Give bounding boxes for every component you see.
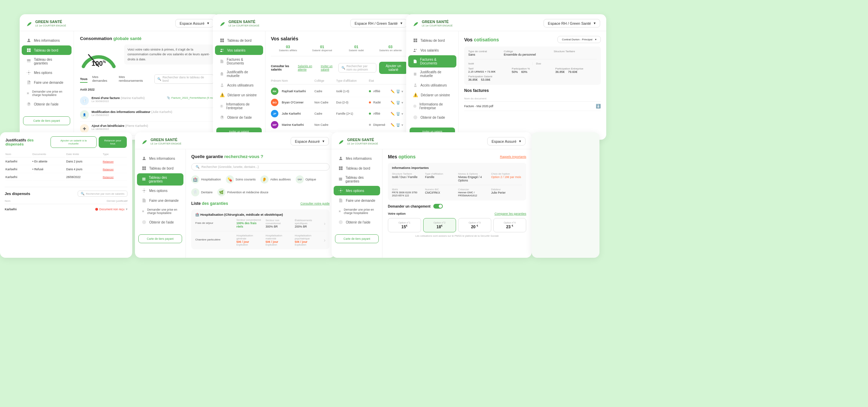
sidebar-item-aide[interactable]: Obtenir de l'aide <box>408 113 456 122</box>
option-card-1[interactable]: Option n°1 15€ <box>388 218 421 232</box>
guide-link[interactable]: Consulter notre guide <box>300 202 330 205</box>
sidebar-item-salaries[interactable]: Vos salariés <box>215 45 263 55</box>
sidebar-item-justificatifs[interactable]: Justificatifs de mutuelle <box>215 68 263 80</box>
contract-dropdown[interactable]: Contrat Durion - Principal ▾ <box>557 36 601 43</box>
sidebar-item-options[interactable]: Mes options <box>137 186 183 195</box>
stats-row: 03 Salariés affiliés 01 Salarié dispensé… <box>271 45 408 56</box>
download-icon[interactable]: ⬇️ <box>596 104 601 109</box>
changement-toggle[interactable] <box>433 204 443 209</box>
sidebar-item-dashboard[interactable]: Tableau de bord <box>408 36 456 45</box>
table-icon <box>338 177 343 182</box>
garanties-list-header: Liste des garanties Consulter notre guid… <box>191 201 330 206</box>
tab-inviter[interactable]: Inviter un salarié <box>321 64 335 71</box>
option-card-4[interactable]: Option n°4 23 € <box>493 218 527 232</box>
sidebar-item-label: Demander une prise en charge hospitalièr… <box>32 90 67 97</box>
tiers-payant-button[interactable]: Carte de tiers payant <box>335 234 379 243</box>
espace-dropdown[interactable]: Espace RH / Green Santé ▾ <box>544 19 600 27</box>
cat-optique[interactable]: 👓 Optique <box>296 175 316 183</box>
action-cell[interactable]: Relancer <box>103 166 127 173</box>
option-card-3[interactable]: Option n°3 20 € <box>458 218 491 232</box>
cat-dentaire[interactable]: 🦷 Dentaire <box>191 188 213 196</box>
tab-en-attente[interactable]: Salariés en attente <box>298 64 314 71</box>
svg-rect-27 <box>416 41 417 42</box>
sidebar-item-demande[interactable]: Faire une demande <box>22 78 72 87</box>
cat-prevention[interactable]: 🌿 Prévention et médecine douce <box>217 188 269 196</box>
sidebar-item-aide[interactable]: Obtenir de l'aide <box>215 113 263 122</box>
sidebar-item-label: Mes options <box>149 189 167 193</box>
action-cell[interactable]: Relancer <box>103 174 127 181</box>
sidebar-item-acces[interactable]: Accès utilisateurs <box>408 80 456 90</box>
sidebar-item-aide[interactable]: Obtenir de l'aide <box>137 217 183 227</box>
tiers-payant-button[interactable]: Carte de tiers payant <box>23 116 70 125</box>
sidebar-item-justificatifs[interactable]: Justificatifs de mutuelle <box>408 68 456 80</box>
sidebar-item-info-entreprise[interactable]: Informations de l'entreprise <box>215 100 263 112</box>
rappels-link[interactable]: Rappels importants <box>500 155 526 158</box>
avatar: JP <box>271 110 278 117</box>
sidebar-item-info-entreprise[interactable]: Informations de l'entreprise <box>408 100 456 112</box>
espace-dropdown[interactable]: Espace Assuré ▾ <box>291 137 329 146</box>
contract-label: Contrat Durion - Principal <box>562 38 592 41</box>
option-card-2[interactable]: Option n°2 18€ <box>423 218 456 232</box>
sidebar-item-garanties[interactable]: Tableau des garanties <box>22 55 72 67</box>
sidebar-item-aide[interactable]: Obtenir de l'aide <box>334 217 380 227</box>
sidebar-item-hospitaliere[interactable]: Demander une prise en charge hospitalièr… <box>22 88 72 99</box>
brand-tagline: LE 1er COURTIER ENGAGÉ <box>35 24 66 27</box>
leaf-icon <box>338 138 345 145</box>
tiers-payant-button[interactable]: Carte de tiers payant <box>138 234 182 243</box>
sidebar-item-factures[interactable]: Factures & Documents <box>215 55 263 67</box>
garanties-search[interactable]: 🔍 Rechercher (Grenoble, lunette, dentair… <box>191 163 330 171</box>
sidebar-item-label: Tableau de bord <box>149 167 174 170</box>
cat-soins[interactable]: 💊 Soins courants <box>226 175 256 183</box>
sidebar-item-dashboard[interactable]: Tableau de bord <box>137 163 183 173</box>
sidebar-item-hospitaliere[interactable]: Demander une prise en charge hospitalièr… <box>334 206 380 217</box>
sidebar-item-hospitaliere[interactable]: Demander une prise en charge hospitalièr… <box>137 206 183 217</box>
chevron-down-icon: ▾ <box>322 139 324 143</box>
sidebar-item-demande[interactable]: Faire une demande <box>334 196 380 205</box>
sidebar-item-demande[interactable]: Faire une demande <box>137 196 183 205</box>
sidebar-item-aide[interactable]: Obtenir de l'aide <box>22 99 72 109</box>
sidebar-item-sinistre[interactable]: ⚠️ Déclarer un sinistre <box>215 90 263 100</box>
sidebar-item-factures[interactable]: Factures & Documents <box>408 55 456 67</box>
sidebar-item-sinistre[interactable]: ⚠️ Déclarer un sinistre <box>408 90 456 100</box>
sidebar-item-dashboard[interactable]: Tableau de bord <box>215 36 263 45</box>
nos-factures: Nos factures Nom du document Facture - M… <box>464 88 601 111</box>
sidebar-item-options[interactable]: Mes options <box>22 68 72 77</box>
tab-demandes[interactable]: Mes demandes <box>92 74 114 84</box>
svg-rect-2 <box>29 49 31 50</box>
sidebar-item-salaries[interactable]: Vos salariés <box>408 45 456 55</box>
sidebar-item-options[interactable]: Mes options <box>334 186 380 195</box>
search-salaries[interactable]: 🔍 Rechercher par nom ou prénom <box>338 63 377 73</box>
help-icon <box>338 220 343 225</box>
sidebar-item-dashboard[interactable]: Tableau de bord <box>334 163 380 173</box>
action-cell[interactable]: Relancer <box>103 158 127 165</box>
tab-remboursements[interactable]: Mes remboursements <box>119 74 150 84</box>
info-label: IBAN <box>392 188 423 191</box>
col-val: 50€ / jour <box>265 240 293 244</box>
sidebar-item-dashboard[interactable]: Tableau de bord <box>22 45 72 55</box>
cat-auditif[interactable]: 👂 Aides auditives <box>260 175 291 183</box>
tab-consulter[interactable]: Consulter les salariés <box>271 64 291 71</box>
relancer-tous-button[interactable]: Relancer pour tous <box>99 136 127 148</box>
espace-dropdown[interactable]: Espace Assuré ▾ <box>487 137 526 146</box>
espace-dropdown[interactable]: Espace RH / Green Santé ▾ <box>350 19 407 27</box>
chevron-down-icon[interactable]: ▾ <box>126 207 127 211</box>
sidebar-item-informations[interactable]: Mes informations <box>334 154 380 163</box>
sidebar-item-garanties[interactable]: Tableau des garanties <box>137 173 183 186</box>
search-box[interactable]: 🔍 Rechercher dans le tableau de bord <box>154 74 214 84</box>
ajouter-mutuelle-button[interactable]: Ajouter un salarié à la mutuelle <box>51 136 97 148</box>
comparer-link[interactable]: Comparer les garanties <box>494 212 526 215</box>
search-dispenses[interactable]: 🔍 Rechercher par nom de salariés <box>78 191 127 197</box>
tab-tous[interactable]: Tous <box>80 76 87 83</box>
arrow-icon: › <box>324 221 326 226</box>
gauge-description: Voici votre ratio sinistre à primes, il … <box>124 44 214 64</box>
ajouter-salarie-button[interactable]: Ajouter un salarié <box>379 62 408 74</box>
svg-point-28 <box>414 49 415 50</box>
espace-dropdown[interactable]: Espace Assuré ▾ <box>175 19 214 27</box>
document-icon <box>413 59 417 64</box>
sidebar-item-informations[interactable]: Mes informations <box>137 154 183 163</box>
sidebar-item-informations[interactable]: Mes informations <box>22 36 72 45</box>
garantie-title: 🏥 Hospitalisation (Chirurgicale, médical… <box>195 213 326 216</box>
sidebar-item-garanties[interactable]: Tableau des garanties <box>334 173 380 186</box>
cat-hospitalisation[interactable]: 🏥 Hospitalisation <box>191 175 221 183</box>
sidebar-item-acces[interactable]: Accès utilisateurs <box>215 80 263 90</box>
